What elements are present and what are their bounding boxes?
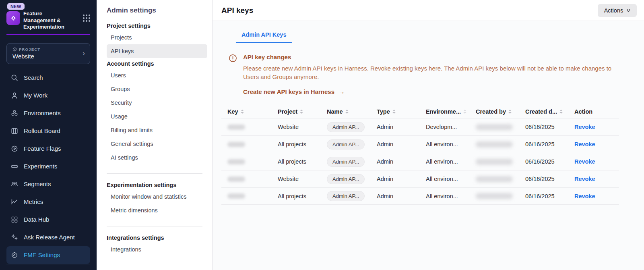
name-cell: Admin AP...	[321, 174, 371, 184]
revoke-link[interactable]: Revoke	[574, 124, 595, 130]
revoke-link[interactable]: Revoke	[574, 158, 595, 165]
chevron-down-icon: ∨	[626, 8, 631, 13]
created-date-cell: 06/16/2025	[519, 158, 568, 165]
api-key-name-badge: Admin AP...	[327, 122, 365, 132]
revoke-link[interactable]: Revoke	[574, 176, 595, 182]
name-cell: Admin AP...	[321, 191, 371, 201]
key-cell-redacted	[221, 142, 272, 147]
settings-item-api-keys[interactable]: API keys	[107, 44, 207, 58]
settings-item-security[interactable]: Security	[107, 96, 207, 110]
alert-circle-icon	[229, 54, 237, 62]
create-api-keys-link-label: Create new API keys in Harness	[243, 88, 334, 95]
actions-button[interactable]: Actions ∨	[598, 4, 637, 17]
main-content: API keys Actions ∨ Admin API Keys API ke…	[213, 0, 644, 270]
user-icon	[10, 91, 19, 100]
project-cell: Website	[272, 176, 321, 182]
sort-icon	[559, 110, 563, 114]
tab-admin-api-keys[interactable]: Admin API Keys	[241, 27, 287, 43]
app-title: Feature Management & Experimentation	[23, 10, 75, 31]
created-date-cell: 06/16/2025	[519, 124, 568, 130]
table-row: All projects Admin AP... Admin All envir…	[221, 153, 619, 170]
created-by-cell-redacted	[470, 159, 519, 165]
name-cell: Admin AP...	[321, 139, 371, 150]
api-key-name-badge: Admin AP...	[327, 174, 365, 184]
settings-item-usage[interactable]: Usage	[107, 110, 207, 123]
sidebar-item-label: Metrics	[24, 198, 43, 205]
table-row: All projects Admin AP... Admin All envir…	[221, 187, 619, 205]
sidebar-item-label: Rollout Board	[24, 127, 60, 134]
key-cell-redacted	[221, 125, 272, 130]
sidebar-item-experiments[interactable]: Experiments	[6, 158, 90, 175]
api-keys-table: Key Project Name Type Environme... Creat…	[221, 105, 619, 205]
created-by-cell-redacted	[470, 193, 519, 199]
settings-item-billing[interactable]: Billing and limits	[107, 123, 207, 137]
sidebar-divider	[6, 264, 90, 264]
column-header-created-date[interactable]: Created d...	[519, 108, 568, 115]
app-switcher-icon[interactable]	[83, 15, 90, 22]
people-icon	[10, 180, 19, 188]
sidebar-item-label: Experiments	[24, 163, 57, 170]
warning-title: API key changes	[243, 54, 619, 60]
project-cell: All projects	[272, 158, 321, 165]
search-icon	[10, 74, 19, 82]
sidebar-item-data-hub[interactable]: Data Hub	[6, 211, 90, 228]
settings-item-ai[interactable]: AI settings	[107, 151, 207, 164]
api-key-warning: API key changes Please create new Admin …	[229, 54, 619, 96]
column-header-environment[interactable]: Environme...	[420, 108, 470, 115]
sidebar-item-environments[interactable]: Environments	[6, 104, 90, 122]
settings-item-metric-dimensions[interactable]: Metric dimensions	[107, 204, 207, 217]
type-cell: Admin	[371, 176, 420, 182]
settings-item-projects[interactable]: Projects	[107, 31, 207, 44]
column-header-type[interactable]: Type	[371, 108, 420, 115]
sidebar-item-feature-flags[interactable]: Feature Flags	[6, 140, 90, 158]
sidebar-item-label: My Work	[24, 92, 47, 99]
sidebar-item-label: Ask Release Agent	[24, 234, 75, 241]
page-title: API keys	[221, 6, 253, 15]
environment-cell: Developm...	[420, 124, 470, 130]
sidebar-item-my-work[interactable]: My Work	[6, 87, 90, 104]
split-outline-icon	[10, 251, 19, 259]
settings-item-users[interactable]: Users	[107, 69, 207, 82]
column-header-created-by[interactable]: Created by	[470, 108, 519, 115]
sidebar-item-label: Search	[24, 74, 43, 81]
project-name: Website	[12, 53, 83, 60]
settings-item-general[interactable]: General settings	[107, 137, 207, 151]
sidebar-item-label: Feature Flags	[24, 145, 61, 152]
project-cell: All projects	[272, 193, 321, 199]
section-project-settings: Project settings	[107, 23, 207, 29]
column-header-name[interactable]: Name	[321, 108, 371, 115]
sidebar-item-label: Environments	[24, 110, 61, 116]
settings-item-integrations[interactable]: Integrations	[107, 243, 207, 256]
play-circle-icon	[10, 145, 19, 153]
sidebar-item-ask-release-agent[interactable]: Ask Release Agent	[6, 228, 90, 246]
chevron-right-icon: ›	[83, 50, 85, 57]
project-selector[interactable]: PROJECT Website ›	[6, 43, 90, 64]
sparkles-icon	[10, 233, 19, 241]
section-integrations-settings: Integrations settings	[107, 235, 207, 241]
sidebar-item-search[interactable]: Search	[6, 69, 90, 87]
sidebar-item-fme-settings[interactable]: FME Settings	[6, 246, 90, 264]
create-api-keys-link[interactable]: Create new API keys in Harness →	[243, 88, 345, 96]
line-chart-icon	[10, 198, 19, 206]
sidebar-item-label: Data Hub	[24, 216, 49, 223]
page-header: API keys Actions ∨	[213, 0, 644, 21]
revoke-link[interactable]: Revoke	[574, 193, 595, 199]
sort-icon	[345, 110, 349, 114]
column-header-key[interactable]: Key	[221, 108, 272, 115]
settings-item-groups[interactable]: Groups	[107, 82, 207, 96]
column-header-project[interactable]: Project	[272, 108, 321, 115]
settings-item-monitor-window[interactable]: Monitor window and statistics	[107, 190, 207, 204]
sidebar-item-segments[interactable]: Segments	[6, 175, 90, 193]
sidebar-header: NEW Feature Management & Experimentation	[0, 0, 97, 31]
environment-cell: All environ...	[420, 176, 470, 182]
split-logo-icon	[6, 11, 20, 25]
sidebar-item-rollout-board[interactable]: Rollout Board	[6, 122, 90, 140]
revoke-link[interactable]: Revoke	[574, 141, 595, 147]
section-experimentation-settings: Experimentation settings	[107, 182, 207, 188]
sidebar-item-label: FME Settings	[24, 251, 60, 258]
warning-body: Please create new Admin API keys in Harn…	[243, 64, 619, 81]
api-key-name-badge: Admin AP...	[327, 157, 365, 167]
arrow-right-icon: →	[339, 88, 345, 96]
api-key-name-badge: Admin AP...	[327, 139, 365, 150]
sidebar-item-metrics[interactable]: Metrics	[6, 193, 90, 211]
